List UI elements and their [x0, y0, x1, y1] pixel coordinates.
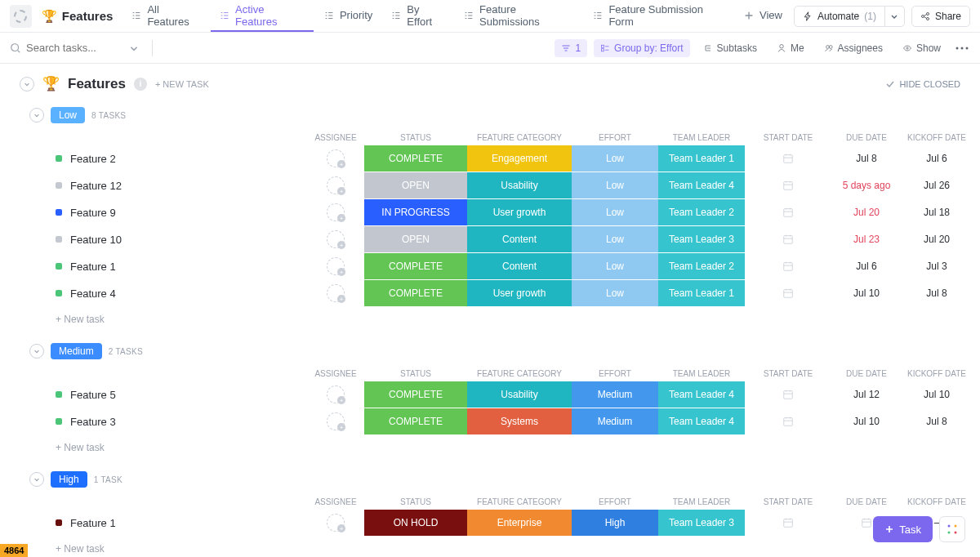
kickoff-date-cell[interactable]: Jul 6	[902, 145, 972, 172]
start-date-cell[interactable]	[745, 510, 831, 536]
review-cell[interactable]	[972, 510, 980, 536]
team-cell[interactable]: Team Leader 3	[658, 226, 745, 252]
status-cell[interactable]: OPEN	[364, 172, 467, 198]
task-row[interactable]: Feature 5COMPLETEUsabilityMediumTeam Lea…	[29, 381, 960, 408]
effort-cell[interactable]: Low	[572, 199, 658, 225]
share-button[interactable]: Share	[911, 6, 970, 27]
assignee-cell[interactable]	[307, 253, 364, 279]
due-date-cell[interactable]: Jul 10	[831, 408, 902, 434]
search-wrap[interactable]	[10, 42, 139, 54]
start-date-cell[interactable]	[745, 172, 831, 198]
column-header[interactable]: TEAM LEADER	[658, 130, 745, 145]
column-header[interactable]: KICKOFF DATE	[902, 494, 972, 510]
category-cell[interactable]: Usability	[467, 172, 572, 198]
team-cell[interactable]: Team Leader 2	[658, 199, 745, 225]
kickoff-date-cell[interactable]: Jul 3	[902, 253, 972, 279]
effort-cell[interactable]: Medium	[572, 408, 658, 434]
column-header[interactable]: DUE DATE	[831, 366, 902, 381]
assignee-cell[interactable]	[307, 408, 364, 434]
new-task-fab[interactable]: Task	[873, 516, 933, 542]
start-date-cell[interactable]	[745, 226, 831, 252]
team-cell[interactable]: Team Leader 2	[658, 253, 745, 279]
groupby-chip[interactable]: Group by: Effort	[594, 39, 690, 57]
status-cell[interactable]: OPEN	[364, 226, 467, 252]
start-date-cell[interactable]	[745, 145, 831, 172]
more-menu[interactable]	[954, 43, 970, 53]
add-view-button[interactable]: View	[735, 1, 791, 32]
category-cell[interactable]: Enterprise	[467, 510, 572, 536]
automate-button[interactable]: Automate (1)	[794, 6, 885, 27]
category-cell[interactable]: Content	[467, 226, 572, 252]
team-cell[interactable]: Team Leader 4	[658, 381, 745, 408]
category-cell[interactable]: Engagement	[467, 145, 572, 172]
start-date-cell[interactable]	[745, 253, 831, 279]
column-header[interactable]: EFFORT	[572, 130, 658, 145]
status-cell[interactable]: COMPLETE	[364, 408, 467, 434]
due-date-cell[interactable]: Jul 12	[831, 381, 902, 408]
effort-cell[interactable]: Low	[572, 253, 658, 279]
app-logo[interactable]	[10, 5, 32, 28]
show-chip[interactable]: Show	[896, 39, 947, 57]
review-cell[interactable]: Ju	[972, 253, 980, 279]
column-header[interactable]: ASSIGNEE	[307, 130, 364, 145]
column-header[interactable]: TEAM LEADER	[658, 366, 745, 381]
column-header[interactable]: TEAM LEADER	[658, 494, 745, 510]
automate-dropdown[interactable]	[885, 6, 905, 27]
me-chip[interactable]: Me	[770, 39, 811, 57]
status-cell[interactable]: COMPLETE	[364, 253, 467, 279]
add-task-row[interactable]: + New task	[29, 537, 960, 557]
status-cell[interactable]: IN PROGRESS	[364, 199, 467, 225]
kickoff-date-cell[interactable]: Jul 8	[902, 280, 972, 306]
group-badge[interactable]: High	[51, 471, 87, 488]
column-header[interactable]: EFFORT	[572, 494, 658, 510]
start-date-cell[interactable]	[745, 199, 831, 225]
effort-cell[interactable]: High	[572, 510, 658, 536]
kickoff-date-cell[interactable]: Jul 18	[902, 199, 972, 225]
column-header[interactable]: START DATE	[745, 494, 831, 510]
add-task-row[interactable]: + New task	[29, 307, 960, 332]
search-input[interactable]	[26, 42, 124, 54]
status-cell[interactable]: COMPLETE	[364, 280, 467, 306]
column-header[interactable]: DUE DATE	[831, 494, 902, 510]
column-header[interactable]: KICKOFF DATE	[902, 366, 972, 381]
column-header[interactable]: EFFORT	[572, 366, 658, 381]
category-cell[interactable]: Usability	[467, 381, 572, 408]
assignee-cell[interactable]	[307, 199, 364, 225]
effort-cell[interactable]: Low	[572, 145, 658, 172]
column-header[interactable]: KICKOFF DATE	[902, 130, 972, 145]
task-row[interactable]: Feature 1COMPLETEContentLowTeam Leader 2…	[29, 253, 960, 280]
assignee-cell[interactable]	[307, 226, 364, 252]
column-header[interactable]: STATUS	[364, 494, 467, 510]
column-header[interactable]: ASSIGNEE	[307, 494, 364, 510]
review-cell[interactable]: Ju	[972, 408, 980, 434]
column-header[interactable]: REVIE	[972, 366, 980, 381]
effort-cell[interactable]: Low	[572, 280, 658, 306]
tab-active-features[interactable]: Active Features	[211, 1, 314, 32]
group-collapse[interactable]	[29, 108, 44, 123]
assignee-cell[interactable]	[307, 381, 364, 408]
category-cell[interactable]: User growth	[467, 199, 572, 225]
assignee-cell[interactable]	[307, 510, 364, 536]
group-badge[interactable]: Medium	[51, 343, 102, 359]
review-cell[interactable]	[972, 199, 980, 225]
tab-priority[interactable]: Priority	[315, 1, 381, 32]
new-task-link[interactable]: + NEW TASK	[155, 79, 209, 89]
category-cell[interactable]: User growth	[467, 280, 572, 306]
assignee-cell[interactable]	[307, 145, 364, 172]
due-date-cell[interactable]: Jul 10	[831, 280, 902, 306]
review-cell[interactable]: Ju	[972, 280, 980, 306]
review-cell[interactable]: Ju	[972, 145, 980, 172]
team-cell[interactable]: Team Leader 1	[658, 145, 745, 172]
column-header[interactable]: DUE DATE	[831, 130, 902, 145]
kickoff-date-cell[interactable]: Jul 10	[902, 381, 972, 408]
group-collapse[interactable]	[29, 472, 44, 487]
column-header[interactable]: REVIE	[972, 494, 980, 510]
kickoff-date-cell[interactable]: Jul 26	[902, 172, 972, 198]
due-date-cell[interactable]: Jul 6	[831, 253, 902, 279]
task-row[interactable]: Feature 1ON HOLDEnterpriseHighTeam Leade…	[29, 510, 960, 537]
team-cell[interactable]: Team Leader 3	[658, 510, 745, 536]
info-icon[interactable]: i	[134, 78, 147, 91]
review-cell[interactable]	[972, 226, 980, 252]
status-cell[interactable]: COMPLETE	[364, 145, 467, 172]
assignee-cell[interactable]	[307, 280, 364, 306]
